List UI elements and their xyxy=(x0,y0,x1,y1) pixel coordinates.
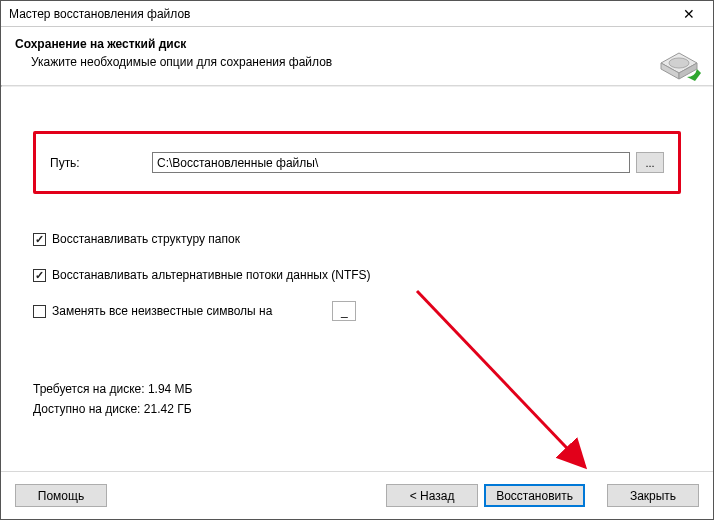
path-highlight-box: Путь: ... xyxy=(33,131,681,194)
header-subtitle: Укажите необходимые опции для сохранения… xyxy=(31,55,699,69)
close-button[interactable]: Закрыть xyxy=(607,484,699,507)
path-input[interactable] xyxy=(152,152,630,173)
available-space: Доступно на диске: 21.42 ГБ xyxy=(33,402,681,416)
checkbox-icon[interactable] xyxy=(33,233,46,246)
button-bar: Помощь < Назад Восстановить Закрыть xyxy=(1,471,713,519)
hard-disk-icon xyxy=(657,39,701,83)
option-label: Восстанавливать альтернативные потоки да… xyxy=(52,268,371,282)
path-label: Путь: xyxy=(50,156,146,170)
option-restore-ads[interactable]: Восстанавливать альтернативные потоки да… xyxy=(33,266,681,284)
back-button[interactable]: < Назад xyxy=(386,484,478,507)
option-restore-structure[interactable]: Восстанавливать структуру папок xyxy=(33,230,681,248)
disk-stats: Требуется на диске: 1.94 МБ Доступно на … xyxy=(33,382,681,416)
titlebar: Мастер восстановления файлов ✕ xyxy=(1,1,713,27)
recover-button[interactable]: Восстановить xyxy=(484,484,585,507)
content-area: Путь: ... Восстанавливать структуру папо… xyxy=(1,87,713,471)
header: Сохранение на жесткий диск Укажите необх… xyxy=(1,27,713,85)
options-group: Восстанавливать структуру папок Восстана… xyxy=(33,230,681,320)
help-button[interactable]: Помощь xyxy=(15,484,107,507)
required-space: Требуется на диске: 1.94 МБ xyxy=(33,382,681,396)
replacement-char-input[interactable] xyxy=(332,301,356,321)
header-title: Сохранение на жесткий диск xyxy=(15,37,699,51)
option-label: Заменять все неизвестные символы на xyxy=(52,304,272,318)
option-replace-unknown[interactable]: Заменять все неизвестные символы на xyxy=(33,302,681,320)
window-title: Мастер восстановления файлов xyxy=(9,7,190,21)
option-label: Восстанавливать структуру папок xyxy=(52,232,240,246)
wizard-window: Мастер восстановления файлов ✕ Сохранени… xyxy=(0,0,714,520)
checkbox-icon[interactable] xyxy=(33,269,46,282)
close-icon[interactable]: ✕ xyxy=(671,3,707,25)
checkbox-icon[interactable] xyxy=(33,305,46,318)
svg-point-3 xyxy=(669,58,689,68)
browse-button[interactable]: ... xyxy=(636,152,664,173)
